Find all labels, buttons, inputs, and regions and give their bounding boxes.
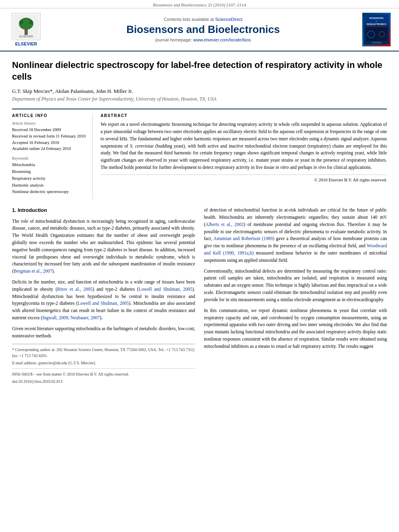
journal-center: Contents lists available at ScienceDirec… — [44, 17, 362, 42]
svg-rect-2 — [25, 29, 28, 35]
article-info-label: ARTICLE INFO — [12, 113, 86, 118]
article-info-column: ARTICLE INFO Article history: Received 1… — [12, 113, 93, 199]
accepted-date: Accepted 16 February 2010 — [12, 140, 86, 146]
homepage-url[interactable]: www.elsevier.com/locate/bios — [193, 37, 251, 42]
doi-line: doi:10.1016/j.bios.2010.02.013 — [12, 378, 195, 384]
svg-point-4 — [29, 20, 33, 24]
abstract-label: ABSTRACT — [101, 113, 387, 118]
section1-heading: 1. Introduction — [12, 207, 195, 214]
body-left-column: 1. Introduction The role of mitochondria… — [12, 207, 195, 385]
journal-header: ELSEVIER ELSEVIER Contents lists availab… — [0, 8, 399, 51]
homepage-label: journal homepage: — [155, 37, 192, 42]
svg-text:BIOSENSORS: BIOSENSORS — [369, 17, 384, 19]
keywords-label: Keywords: — [12, 156, 86, 160]
article-title: Nonlinear dielectric spectroscopy for la… — [12, 60, 387, 82]
right-para-1: of detection of mitochondrial function i… — [204, 207, 387, 264]
email-label: E-mail address: — [12, 361, 37, 365]
keyword-4: Harmonic analysis — [12, 182, 86, 189]
history-label: Article history: — [12, 121, 86, 125]
cover-svg: BIOSENSORS & BIOELECTRONICS Vol 25 2010 — [364, 13, 389, 46]
intro-para-2: Deficits in the number, size, and functi… — [12, 279, 195, 322]
svg-rect-12 — [366, 27, 387, 41]
affiliation-line: Department of Physics and Texas Center f… — [12, 96, 387, 102]
elsevier-logo: ELSEVIER ELSEVIER — [8, 13, 44, 46]
body-right-column: of detection of mitochondrial function i… — [204, 207, 387, 385]
intro-para-3: Given recent literature supporting mitoc… — [12, 325, 195, 340]
citation-text: Biosensors and Bioelectronics 25 (2010) … — [153, 2, 246, 7]
svg-text:Vol 25 2010: Vol 25 2010 — [372, 42, 381, 44]
keyword-5: Nonlinear dielectric spectroscopy — [12, 189, 86, 195]
science-direct-line: Contents lists available at ScienceDirec… — [44, 17, 362, 22]
abstract-column: ABSTRACT We report on a novel electromag… — [101, 113, 387, 199]
right-para-2: Conventionally, mitochondrial defects ar… — [204, 268, 387, 304]
keyword-3: Respiratory activity — [12, 175, 86, 182]
journal-homepage: journal homepage: www.elsevier.com/locat… — [44, 37, 362, 42]
contents-text: Contents lists available at — [164, 17, 214, 22]
ref-ritov[interactable]: Ritov et al., 2005 — [57, 287, 93, 292]
info-abstract-section: ARTICLE INFO Article history: Received 1… — [12, 109, 387, 199]
keywords-section: Keywords: Mitochondria Biosensing Respir… — [12, 156, 86, 195]
svg-text:&: & — [376, 20, 377, 22]
available-date: Available online 24 February 2010 — [12, 146, 86, 152]
copyright-line: © 2010 Elsevier B.V. All rights reserved… — [101, 175, 387, 182]
ref-astumian[interactable]: Astumian and Robertson (1989) — [214, 236, 274, 241]
elsevier-tree-icon: ELSEVIER — [14, 15, 38, 38]
ref-woodward[interactable]: Woodward and Kell (1990, 1991a,b) — [204, 243, 387, 255]
article-history: Article history: Received 18 December 20… — [12, 121, 86, 152]
journal-cover-image: BIOSENSORS & BIOELECTRONICS Vol 25 2010 — [362, 12, 391, 47]
journal-citation-banner: Biosensors and Bioelectronics 25 (2010) … — [0, 0, 399, 8]
footnote-section: * Corresponding author at: 202 Houston S… — [12, 344, 195, 384]
right-para-3: In this communication, we report dynamic… — [204, 307, 387, 350]
page-wrapper: Biosensors and Bioelectronics 25 (2010) … — [0, 0, 399, 394]
svg-text:BIOELECTRONICS: BIOELECTRONICS — [367, 23, 386, 25]
intro-para-1: The role of mitochondrial dysfunction is… — [12, 218, 195, 275]
svg-text:ELSEVIER: ELSEVIER — [19, 35, 33, 38]
footnote-email: E-mail address: gruercier@uh.edu (G.T.S.… — [12, 360, 195, 366]
article-content: Nonlinear dielectric spectroscopy for la… — [0, 51, 399, 394]
journal-title: Biosensors and Bioelectronics — [44, 23, 362, 36]
received-date: Received 18 December 2009 — [12, 127, 86, 133]
footnote-star-text: * Corresponding author at: 202 Houston S… — [12, 347, 195, 359]
ref-ingwall[interactable]: Ingwall, 2009; Neubauer, 2007 — [42, 315, 100, 320]
keyword-2: Biosensing — [12, 168, 86, 175]
body-text-section: 1. Introduction The role of mitochondria… — [12, 207, 387, 385]
issn-line: 0956-5663/$ – see front matter © 2010 El… — [12, 371, 195, 377]
authors-line: G.T. Skip Mercier*, Akilan Palanisami, J… — [12, 88, 387, 94]
footnote-divider — [12, 368, 195, 369]
keyword-1: Mitochondria — [12, 162, 86, 168]
email-address: gruercier@uh.edu (G.T.S. Mercier). — [38, 361, 96, 365]
ref-alberts[interactable]: Alberts et al., 2002 — [206, 222, 244, 227]
ref-bergman[interactable]: Bergman et al., 2007 — [14, 269, 52, 273]
revised-date: Received in revised form 11 February 201… — [12, 133, 86, 140]
abstract-text: We report on a novel electromagnetic bio… — [101, 121, 387, 171]
ref-lowell-shulman2[interactable]: Lowell and Shulman, 2005 — [78, 301, 129, 306]
science-direct-link[interactable]: ScienceDirect — [215, 17, 243, 22]
elsevier-logo-image: ELSEVIER — [12, 13, 41, 40]
ref-lowell-shulman[interactable]: Lowell and Shulman, 2005 — [139, 287, 192, 292]
elsevier-label: ELSEVIER — [15, 41, 37, 46]
svg-point-3 — [19, 20, 23, 24]
